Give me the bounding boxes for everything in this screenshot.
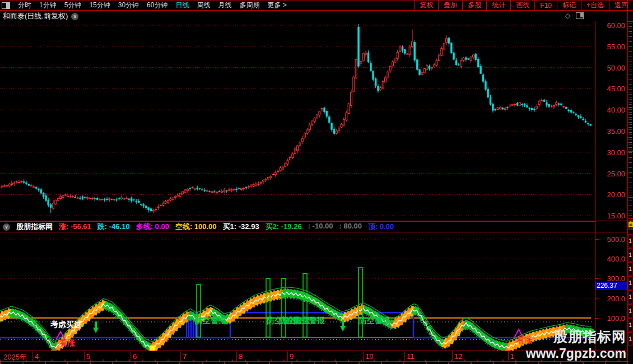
toolbar-divider <box>12 1 12 10</box>
toolbar-button-返回[interactable]: 返回 <box>609 1 633 10</box>
sidebar-cell[interactable]: 1 <box>628 318 632 332</box>
toolbar-button-多股[interactable]: 多股 <box>462 1 486 10</box>
main-candlestick-chart[interactable] <box>0 21 595 220</box>
sidebar-highlight-item[interactable]: 自 <box>628 220 633 230</box>
right-sidebar-strip-clipped[interactable]: 自 11111111 <box>628 11 633 364</box>
period-tabs: 分时1分钟5分钟15分钟30分钟60分钟日线周线月线多周期更多 > <box>16 1 287 10</box>
indicator-field: 涨: -56.61 <box>59 222 91 232</box>
sidebar-section-divider <box>628 63 633 63</box>
indicator-axis-label: 500.0 <box>599 235 625 244</box>
period-tab-60分钟[interactable]: 60分钟 <box>147 1 167 10</box>
period-tab-周线[interactable]: 周线 <box>197 1 210 10</box>
date-axis-label: 7 <box>183 352 187 361</box>
indicator-axis-label: 400.0 <box>599 255 625 263</box>
indicator-field: 跌: -46.10 <box>97 222 130 232</box>
indicator-axis-tick <box>595 298 599 299</box>
period-tab-分时[interactable]: 分时 <box>18 1 31 10</box>
indicator-axis-tick <box>595 239 599 240</box>
month-separator-tick <box>404 351 405 362</box>
date-axis-label: 6 <box>133 352 137 361</box>
indicator-axis-label: 100.0 <box>599 314 625 323</box>
month-separator-tick <box>287 351 288 362</box>
date-axis-label: 1 <box>510 352 514 361</box>
sidebar-cell[interactable]: 1 <box>628 276 632 290</box>
month-separator-tick <box>32 351 33 362</box>
title-dropdown-icon[interactable]: ∨ <box>71 13 78 20</box>
sidebar-section-divider <box>628 197 633 198</box>
toolbar-button-复权[interactable]: 复权 <box>414 1 438 10</box>
month-separator-tick <box>363 351 364 362</box>
sidebar-cell[interactable]: 1 <box>628 332 632 346</box>
sidebar-section-divider <box>628 218 633 219</box>
indicator-pane[interactable]: 考虑买进看涨防空警报防空警报防空警报防空警报防空警报看涨 <box>0 232 595 351</box>
date-axis[interactable]: 2025年4567891011121 <box>0 351 627 362</box>
period-tab-月线[interactable]: 月线 <box>218 1 231 10</box>
indicator-values: 涨: -56.61跌: -46.10多线: 0.00空线: 100.00买1: … <box>59 222 394 232</box>
period-tab-日线[interactable]: 日线 <box>175 1 189 10</box>
app-window-icon[interactable] <box>2 2 10 9</box>
month-separator-tick <box>236 351 237 362</box>
month-separator-tick <box>452 351 453 362</box>
axis-separator-line <box>595 221 627 221</box>
sidebar-cell[interactable]: 1 <box>628 262 632 276</box>
toolbar-button-F10[interactable]: F10 <box>534 1 557 10</box>
indicator-status-bar: ∨ 股朋指标网 涨: -56.61跌: -46.10多线: 0.00空线: 10… <box>0 221 595 232</box>
date-axis-label: 11 <box>407 352 415 361</box>
period-tab-更多 >[interactable]: 更多 > <box>267 1 286 10</box>
sidebar-cell[interactable]: 1 <box>628 248 632 262</box>
period-tab-1分钟[interactable]: 1分钟 <box>39 1 57 10</box>
period-tab-5分钟[interactable]: 5分钟 <box>64 1 82 10</box>
price-axis-label: 15.00 <box>596 212 625 220</box>
indicator-field: : 80.00 <box>339 222 361 232</box>
period-tab-15分钟[interactable]: 15分钟 <box>89 1 110 10</box>
date-minor-ticks <box>0 360 627 361</box>
sidebar-cell[interactable]: 1 <box>628 304 632 318</box>
date-axis-label: 8 <box>239 352 243 361</box>
date-axis-label: 12 <box>454 352 462 361</box>
month-separator-tick <box>131 351 131 362</box>
indicator-axis-tick <box>595 259 599 259</box>
toolbar-button-画线[interactable]: 画线 <box>510 1 534 10</box>
trading-app-window: 分时1分钟5分钟15分钟30分钟60分钟日线周线月线多周期更多 > 复权叠加多股… <box>0 0 633 364</box>
sidebar-cell[interactable]: 1 <box>628 234 632 248</box>
chart-axis-divider <box>595 21 595 362</box>
clipped-vertical-text <box>629 21 632 217</box>
indicator-field: 多线: 0.00 <box>136 222 169 232</box>
date-axis-label: 5 <box>86 352 90 361</box>
price-axis-label: 35.00 <box>596 127 625 136</box>
title-bar: 和而泰(日线.前复权) ∨ ◇ <box>0 11 627 21</box>
sidebar-cell[interactable]: 1 <box>628 290 632 304</box>
price-axis-label: 45.00 <box>596 85 625 93</box>
sidebar-section-divider <box>628 174 633 174</box>
indicator-axis-tick <box>595 318 599 319</box>
sidebar-section-divider <box>628 108 633 108</box>
month-separator-tick <box>508 351 509 362</box>
indicator-current-value-tag: 226.37 <box>595 282 628 290</box>
diamond-icon[interactable]: ◇ <box>565 12 570 20</box>
page-title: 和而泰(日线.前复权) <box>3 11 68 21</box>
toolbar-button-标记[interactable]: 标记 <box>557 1 581 10</box>
price-axis-label: 30.00 <box>596 148 625 157</box>
month-separator-tick <box>180 351 181 362</box>
price-axis-label: 40.00 <box>596 106 625 114</box>
price-axis-label: 25.00 <box>596 170 625 178</box>
date-axis-label: 2025年 <box>3 352 27 362</box>
indicator-field: : -10.00 <box>308 222 333 232</box>
date-axis-label: 4 <box>35 352 39 361</box>
indicator-collapse-icon[interactable]: ∨ <box>3 223 10 231</box>
toolbar-button-统计[interactable]: 统计 <box>486 1 510 10</box>
toolbar-button-叠加[interactable]: 叠加 <box>438 1 462 10</box>
sidebar-section-divider <box>628 21 633 22</box>
toolbar-button-+自选[interactable]: +自选 <box>581 1 609 10</box>
indicator-field: 买2: -19.26 <box>266 222 302 232</box>
layout-icon[interactable] <box>576 12 584 19</box>
period-tab-多周期[interactable]: 多周期 <box>239 1 259 10</box>
indicator-field: 空线: 100.00 <box>175 222 217 232</box>
indicator-axis-tick <box>595 278 599 279</box>
indicator-axis-label: 200.0 <box>599 295 625 303</box>
date-axis-label: 10 <box>365 352 373 361</box>
indicator-site-name: 股朋指标网 <box>16 222 53 232</box>
month-separator-tick <box>84 351 85 362</box>
price-axis-label: 55.00 <box>596 43 625 51</box>
period-tab-30分钟[interactable]: 30分钟 <box>118 1 139 10</box>
